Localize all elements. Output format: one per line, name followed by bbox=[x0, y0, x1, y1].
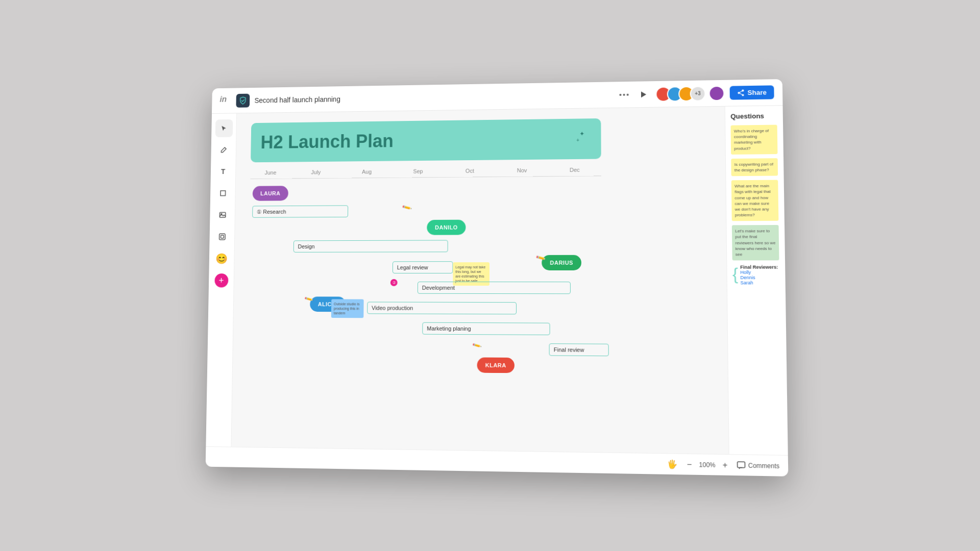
final-reviewers: { Final Reviewers: Holly Dennis Sarah bbox=[732, 265, 780, 286]
emoji-button[interactable]: 😊 bbox=[213, 249, 231, 267]
gantt-bar-marketing-planning: Marketing planing bbox=[422, 322, 550, 335]
image-tool-button[interactable] bbox=[213, 206, 231, 224]
pencil-tool-button[interactable] bbox=[215, 141, 233, 159]
sticky-note-studio: Outside studio is producing this in tand… bbox=[331, 299, 364, 318]
collaborator-avatars: +3 bbox=[655, 85, 724, 102]
reviewers-bracket: { Final Reviewers: Holly Dennis Sarah bbox=[732, 265, 780, 286]
canvas-area[interactable]: H2 Launch Plan 🚀 🌙 ✦ + June July Aug Sep… bbox=[231, 107, 728, 454]
svg-rect-5 bbox=[220, 235, 224, 238]
sidebar-title: Questions bbox=[730, 112, 777, 120]
month-aug: Aug bbox=[341, 168, 393, 175]
svg-rect-1 bbox=[220, 191, 226, 196]
reviewer-sarah: Sarah bbox=[740, 280, 778, 285]
cursor-tool-button[interactable] bbox=[215, 119, 233, 137]
share-button[interactable]: Share bbox=[729, 85, 774, 99]
svg-rect-10 bbox=[738, 462, 745, 468]
zoom-controls: − 100% + bbox=[684, 459, 730, 470]
zoom-level: 100% bbox=[699, 461, 715, 468]
pencil-icon-1: ✏️ bbox=[402, 203, 412, 213]
name-chip-klara: KLARA bbox=[477, 357, 514, 373]
top-bar-actions: +3 Share bbox=[617, 85, 774, 103]
current-user-avatar bbox=[708, 85, 724, 101]
main-content: T 😊 + H2 Launch Plan bbox=[206, 106, 788, 455]
reviewer-holly: Holly bbox=[740, 270, 778, 275]
frame-tool-button[interactable] bbox=[213, 228, 231, 245]
name-chip-danilo: DANILO bbox=[427, 220, 465, 235]
app-logo bbox=[236, 93, 250, 107]
banner-title: H2 Launch Plan bbox=[260, 131, 394, 153]
bracket-icon: { bbox=[732, 266, 739, 283]
question-note-2: Is copywriting part of the design phase? bbox=[731, 158, 778, 177]
svg-marker-0 bbox=[641, 91, 646, 97]
text-tool-button[interactable]: T bbox=[214, 163, 232, 181]
inmotion-logo: in bbox=[219, 95, 231, 107]
reviewer-dennis: Dennis bbox=[740, 275, 778, 280]
more-options-button[interactable] bbox=[617, 91, 630, 97]
app-window: in Second half launch planning +3 bbox=[206, 79, 789, 477]
svg-rect-4 bbox=[219, 234, 225, 240]
month-sep: Sep bbox=[393, 168, 444, 174]
month-nov: Nov bbox=[496, 167, 548, 173]
gantt-bar-research: ① Research bbox=[252, 205, 348, 217]
reviewers-text: Final Reviewers: Holly Dennis Sarah bbox=[740, 265, 778, 286]
pencil-icon-4: ✏️ bbox=[472, 340, 482, 350]
name-chip-laura: LAURA bbox=[253, 186, 288, 201]
name-chip-darius: DARIUS bbox=[542, 255, 581, 270]
play-button[interactable] bbox=[636, 87, 651, 102]
hand-tool-icon: 🖐️ bbox=[667, 459, 678, 469]
month-june: June bbox=[251, 169, 291, 176]
question-note-4: Let's make sure to put the final reviewe… bbox=[732, 225, 779, 260]
avatar-count: +3 bbox=[690, 86, 705, 101]
gantt-bar-development: Development bbox=[418, 282, 571, 294]
project-title: Second half launch planning bbox=[255, 91, 612, 104]
timeline-months: June July Aug Sep Oct Nov Dec bbox=[251, 166, 601, 179]
right-sidebar: Questions Who's in charge of coordinatin… bbox=[725, 106, 788, 455]
gantt-bar-video-production: Video production bbox=[367, 302, 517, 315]
question-note-1: Who's in charge of coordinating marketin… bbox=[730, 125, 777, 155]
svg-text:✦: ✦ bbox=[579, 130, 584, 137]
zoom-in-button[interactable]: + bbox=[720, 460, 730, 470]
gantt-bar-final-review: Final review bbox=[549, 343, 609, 356]
header-banner: H2 Launch Plan 🚀 🌙 ✦ + bbox=[251, 118, 601, 162]
bubble-marker: ② bbox=[390, 279, 398, 286]
gantt-bar-legal-review: Legal review bbox=[393, 261, 453, 273]
zoom-out-button[interactable]: − bbox=[684, 459, 695, 470]
month-dec: Dec bbox=[548, 166, 601, 173]
rectangle-tool-button[interactable] bbox=[214, 184, 232, 202]
add-button[interactable]: + bbox=[214, 273, 228, 287]
comments-button[interactable]: Comments bbox=[737, 461, 780, 470]
rocket-decoration: 🚀 🌙 ✦ + bbox=[534, 120, 585, 157]
gantt-bar-design: Design bbox=[293, 240, 448, 252]
month-july: July bbox=[290, 169, 341, 176]
month-oct: Oct bbox=[444, 167, 496, 174]
svg-text:🚀: 🚀 bbox=[549, 124, 572, 146]
question-note-3: What are the main flags with legal that … bbox=[731, 180, 779, 221]
svg-text:+: + bbox=[576, 137, 579, 143]
